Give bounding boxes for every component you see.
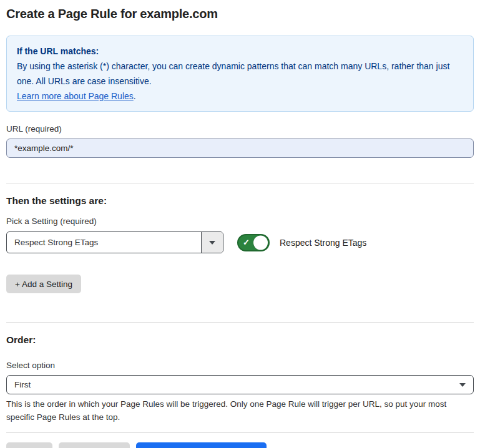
chevron-down-icon [209, 241, 215, 245]
pick-setting-label: Pick a Setting (required) [6, 217, 474, 226]
toggle-label: Respect Strong ETags [280, 238, 366, 248]
footer-divider [6, 432, 474, 433]
order-section-heading: Order: [6, 334, 474, 346]
info-box-link-line: Learn more about Page Rules. [17, 89, 463, 104]
setting-row: Respect Strong ETags ✓ Respect Strong ET… [6, 231, 474, 253]
respect-strong-etags-toggle[interactable]: ✓ [237, 234, 270, 251]
check-icon: ✓ [243, 238, 250, 246]
info-box-heading: If the URL matches: [17, 44, 463, 59]
url-input[interactable] [6, 139, 474, 158]
cancel-button[interactable]: Cancel [6, 442, 52, 448]
order-select[interactable]: First [6, 375, 474, 394]
section-divider [6, 322, 474, 323]
order-select-label: Select option [6, 361, 474, 371]
order-help-text: This is the order in which your Page Rul… [6, 397, 471, 424]
order-select-value: First [14, 380, 459, 389]
page-rule-form: Create a Page Rule for example.com If th… [0, 6, 480, 448]
url-matches-info-box: If the URL matches: By using the asteris… [6, 36, 474, 112]
toggle-knob [253, 235, 268, 250]
setting-select-arrow-button[interactable] [201, 232, 223, 253]
section-divider [6, 183, 474, 183]
chevron-down-icon [459, 383, 466, 387]
footer-actions: Cancel Save as Draft Save and Deploy Pag… [6, 442, 474, 448]
page-title: Create a Page Rule for example.com [6, 6, 474, 21]
settings-section-heading: Then the settings are: [6, 195, 474, 207]
add-setting-button[interactable]: + Add a Setting [6, 275, 81, 293]
link-suffix: . [134, 91, 136, 101]
setting-select-value: Respect Strong ETags [7, 232, 201, 253]
setting-select[interactable]: Respect Strong ETags [6, 231, 223, 253]
learn-more-link[interactable]: Learn more about Page Rules [17, 91, 134, 101]
save-as-draft-button[interactable]: Save as Draft [59, 442, 130, 448]
save-and-deploy-button[interactable]: Save and Deploy Page Rule [136, 442, 267, 448]
url-field-label: URL (required) [6, 124, 474, 134]
info-box-body: By using the asterisk (*) character, you… [17, 59, 463, 89]
